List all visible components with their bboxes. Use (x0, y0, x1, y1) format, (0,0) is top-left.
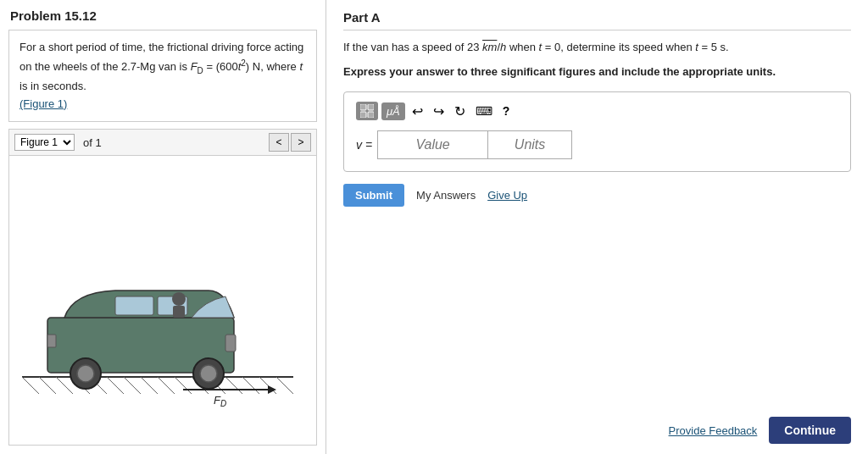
figure-nav: Figure 1 of 1 < > (8, 129, 317, 156)
svg-point-25 (200, 365, 217, 382)
van-svg: F D (22, 267, 293, 419)
give-up-link[interactable]: Give Up (487, 189, 527, 202)
submit-button[interactable]: Submit (343, 184, 404, 207)
svg-line-1 (22, 377, 39, 394)
svg-line-8 (141, 377, 158, 394)
instructions-text: Express your answer to three significant… (343, 64, 851, 80)
svg-line-13 (225, 377, 242, 394)
grid-icon (360, 104, 374, 118)
v-equals-label: v = (356, 138, 372, 152)
figure-link[interactable]: (Figure 1) (19, 97, 67, 110)
svg-rect-33 (368, 105, 373, 110)
svg-rect-35 (368, 112, 373, 117)
question-text: If the van has a speed of 23 km/h when t… (343, 39, 851, 56)
undo-button[interactable]: ↩ (409, 101, 426, 122)
problem-title: Problem 15.12 (0, 8, 326, 30)
svg-line-6 (107, 377, 124, 394)
desc-text-1: For a short period of time, the friction… (19, 41, 303, 92)
svg-rect-18 (115, 296, 153, 315)
svg-text:D: D (220, 399, 226, 408)
svg-rect-34 (361, 112, 366, 117)
svg-point-26 (172, 292, 186, 306)
figure-area: F D (8, 156, 317, 446)
figure-selector: Figure 1 of 1 (14, 134, 102, 151)
my-answers-link[interactable]: My Answers (416, 189, 476, 202)
redo-button[interactable]: ↪ (430, 101, 448, 122)
input-row: v = (356, 130, 838, 159)
provide-feedback-link[interactable]: Provide Feedback (669, 424, 758, 437)
left-panel: Problem 15.12 For a short period of time… (0, 0, 326, 454)
figure-prev-button[interactable]: < (269, 133, 289, 152)
svg-line-9 (158, 377, 175, 394)
toolbar: μÅ ↩ ↪ ↻ ⌨ ? (356, 101, 838, 122)
units-input[interactable] (487, 130, 572, 159)
refresh-button[interactable]: ↻ (451, 101, 469, 122)
figure-select-dropdown[interactable]: Figure 1 (14, 134, 75, 151)
keyboard-button[interactable]: ⌨ (472, 102, 496, 120)
part-title: Part A (343, 10, 851, 30)
svg-line-14 (242, 377, 259, 394)
svg-point-23 (77, 365, 94, 382)
figure-next-button[interactable]: > (291, 133, 311, 152)
svg-line-3 (56, 377, 73, 394)
svg-line-10 (175, 377, 192, 394)
svg-line-2 (39, 377, 56, 394)
help-button[interactable]: ? (499, 102, 514, 120)
mu-button[interactable]: μÅ (381, 102, 405, 120)
figure-of-label: of 1 (83, 136, 102, 149)
svg-rect-32 (361, 105, 366, 110)
svg-line-7 (124, 377, 141, 394)
right-panel: Part A If the van has a speed of 23 km/h… (326, 0, 868, 454)
problem-description: For a short period of time, the friction… (8, 30, 317, 122)
answer-box: μÅ ↩ ↪ ↻ ⌨ ? v = (343, 91, 851, 172)
svg-rect-27 (173, 306, 185, 318)
value-input[interactable] (377, 130, 487, 159)
svg-rect-21 (47, 335, 56, 347)
continue-button[interactable]: Continue (769, 417, 851, 444)
svg-line-16 (276, 377, 293, 394)
action-row: Submit My Answers Give Up (343, 184, 851, 207)
bottom-row: Provide Feedback Continue (343, 417, 851, 444)
figure-nav-buttons: < > (269, 133, 311, 152)
grid-button[interactable] (356, 102, 378, 120)
svg-rect-20 (225, 335, 236, 352)
